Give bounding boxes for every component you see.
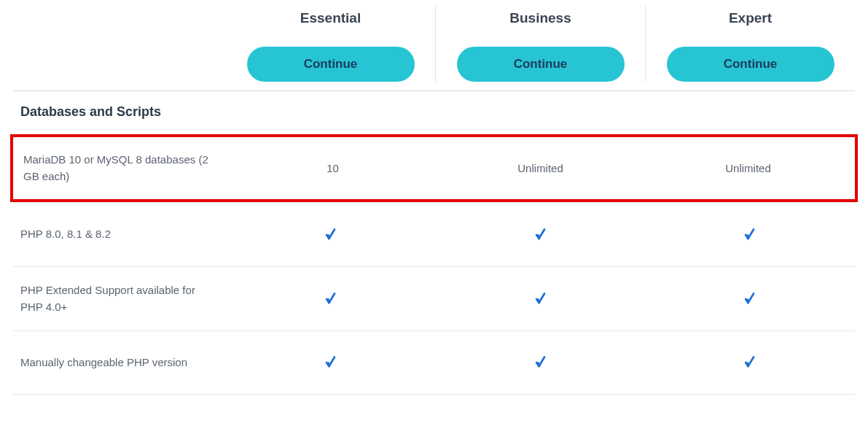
feature-value: Unlimited xyxy=(644,147,852,189)
feature-label: PHP Extended Support available for PHP 4… xyxy=(13,268,226,330)
check-icon xyxy=(743,355,757,371)
plan-column-expert: Expert Continue xyxy=(645,6,855,82)
table-row: PHP Extended Support available for PHP 4… xyxy=(13,266,855,330)
feature-label: PHP 8.0, 8.1 & 8.2 xyxy=(13,212,226,258)
feature-value xyxy=(436,340,646,385)
table-row: PHP 8.0, 8.1 & 8.2 xyxy=(13,202,855,266)
feature-value xyxy=(436,212,646,258)
feature-value: 10 xyxy=(229,147,437,189)
feature-label: MariaDB 10 or MySQL 8 databases (2 GB ea… xyxy=(16,137,229,199)
continue-button-business[interactable]: Continue xyxy=(457,47,625,82)
continue-button-essential[interactable]: Continue xyxy=(247,47,415,82)
feature-value xyxy=(226,340,436,385)
section-title: Databases and Scripts xyxy=(13,90,855,134)
table-row: MariaDB 10 or MySQL 8 databases (2 GB ea… xyxy=(10,134,858,202)
feature-value xyxy=(645,340,855,385)
table-row: Manually changeable PHP version xyxy=(13,330,855,395)
plan-name-essential: Essential xyxy=(237,10,424,26)
plan-header-row: Essential Continue Business Continue Exp… xyxy=(13,6,855,82)
feature-value: Unlimited xyxy=(437,147,644,189)
feature-value xyxy=(645,276,855,322)
plan-column-essential: Essential Continue xyxy=(226,6,435,82)
continue-button-expert[interactable]: Continue xyxy=(667,47,834,82)
feature-value xyxy=(226,276,436,322)
check-icon xyxy=(533,355,548,371)
check-icon xyxy=(743,227,757,243)
plan-column-business: Business Continue xyxy=(435,6,645,82)
check-icon xyxy=(743,291,757,307)
feature-value xyxy=(436,276,646,322)
check-icon xyxy=(533,291,548,307)
feature-value xyxy=(645,212,855,258)
plan-name-business: Business xyxy=(447,10,634,26)
check-icon xyxy=(533,227,548,243)
plan-name-expert: Expert xyxy=(657,10,844,26)
check-icon xyxy=(324,355,338,371)
check-icon xyxy=(324,227,338,243)
feature-label: Manually changeable PHP version xyxy=(13,340,226,386)
check-icon xyxy=(324,291,338,307)
feature-value xyxy=(226,212,436,258)
